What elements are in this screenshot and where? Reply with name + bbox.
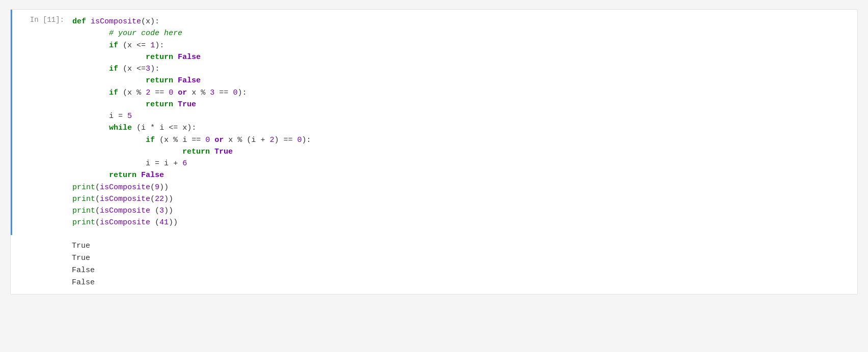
output-line-2: True bbox=[72, 252, 852, 265]
output-line-4: False bbox=[72, 277, 852, 289]
cell-output: True True False False bbox=[11, 235, 857, 294]
output-line-3: False bbox=[72, 265, 852, 277]
notebook-container: In [11]: def isComposite(x): # your code… bbox=[0, 0, 868, 352]
cell-code[interactable]: def isComposite(x): # your code here if … bbox=[68, 10, 857, 235]
code-cell: In [11]: def isComposite(x): # your code… bbox=[10, 9, 858, 295]
cell-label: In [11]: bbox=[12, 10, 68, 235]
code-content: def isComposite(x): # your code here if … bbox=[72, 16, 853, 229]
cell-input: In [11]: def isComposite(x): # your code… bbox=[11, 10, 857, 235]
output-line-1: True bbox=[72, 240, 852, 252]
